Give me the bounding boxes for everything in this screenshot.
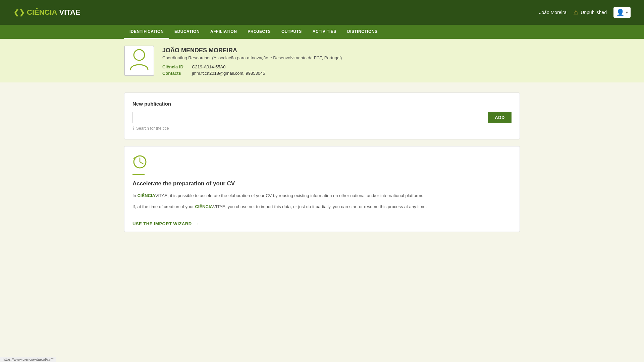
avatar-menu-button[interactable]: 👤 ▾ — [613, 7, 631, 18]
nav-item-outputs[interactable]: OUTPUTS — [276, 25, 307, 39]
import-wizard-link[interactable]: USE THE IMPORT WIZARD → — [132, 221, 200, 227]
logo-vitae: VITAE — [59, 8, 80, 17]
chevron-down-icon: ▾ — [626, 10, 628, 15]
arrow-right-icon: → — [195, 221, 200, 227]
logo: ❮❯ CIÊNCIAVITAE — [13, 8, 80, 17]
add-publication-button[interactable]: ADD — [488, 112, 512, 123]
search-hint: ℹ Search for the title — [132, 126, 512, 131]
new-publication-card: New publication ADD ℹ Search for the tit… — [124, 93, 520, 139]
profile-details: Ciência ID C219-A014-55A0 Contacts jmm.f… — [162, 64, 520, 76]
avatar-icon: 👤 — [616, 8, 625, 16]
contacts-label: Contacts — [162, 71, 189, 76]
warning-icon: ⚠ — [573, 9, 579, 16]
user-name: João Moreira — [539, 10, 567, 15]
brand-ciencia-2: CIÊNCIA — [195, 204, 213, 209]
nav-item-distinctions[interactable]: DISTINCTIONS — [342, 25, 383, 39]
unpublished-badge: ⚠ Unpublished — [573, 9, 607, 16]
brand-ciencia-1: CIÊNCIA — [137, 193, 155, 198]
profile-name: JOÃO MENDES MOREIRA — [162, 47, 520, 54]
profile-avatar — [124, 46, 154, 76]
import-link-row: USE THE IMPORT WIZARD → — [124, 216, 520, 232]
new-publication-title: New publication — [132, 101, 512, 107]
nav-item-activities[interactable]: ACTIVITIES — [307, 25, 342, 39]
nav-item-identification[interactable]: IDENTIFICATION — [124, 25, 169, 39]
clock-icon-wrapper — [132, 155, 512, 171]
clock-icon — [132, 157, 147, 172]
profile-info: JOÃO MENDES MOREIRA Coordinating Researc… — [162, 46, 520, 76]
publication-title-input[interactable] — [132, 112, 488, 123]
status-bar: https://www.cienciavitae.pt/cv/# — [0, 357, 56, 362]
accelerate-title: Accelerate the preparation of your CV — [132, 180, 512, 187]
brand-vitae-1: VITAE, it is possible to accelerate the … — [155, 193, 425, 198]
contacts-row: Contacts jmm.fccn2018@gmail.com, 9985304… — [162, 71, 520, 76]
divider-line — [132, 174, 145, 175]
brand-vitae-2: VITAE, you chose not to import this data… — [213, 204, 427, 209]
ciencia-id-row: Ciência ID C219-A014-55A0 — [162, 64, 520, 69]
logo-ciencia: CIÊNCIA — [27, 8, 57, 17]
svg-point-0 — [134, 50, 145, 60]
profile-role: Coordinating Researcher (Associação para… — [162, 55, 520, 60]
ciencia-id-label: Ciência ID — [162, 64, 189, 69]
import-wizard-label: USE THE IMPORT WIZARD — [132, 221, 192, 226]
nav-item-projects[interactable]: PROJECTS — [242, 25, 276, 39]
accelerate-card: Accelerate the preparation of your CV In… — [124, 146, 520, 232]
search-hint-text: Search for the title — [136, 126, 169, 131]
status-url: https://www.cienciavitae.pt/cv/# — [3, 357, 54, 361]
info-icon: ℹ — [132, 126, 134, 131]
unpublished-label: Unpublished — [581, 10, 607, 15]
pub-input-row: ADD — [132, 112, 512, 123]
accelerate-paragraph1: In CIÊNCIAVITAE, it is possible to accel… — [132, 192, 512, 199]
header-right: João Moreira ⚠ Unpublished 👤 ▾ — [539, 7, 631, 18]
profile-section: JOÃO MENDES MOREIRA Coordinating Researc… — [0, 39, 644, 82]
nav-item-education[interactable]: EDUCATION — [169, 25, 205, 39]
main-content: New publication ADD ℹ Search for the tit… — [0, 82, 644, 242]
main-nav: IDENTIFICATION EDUCATION AFFILIATION PRO… — [0, 25, 644, 39]
svg-line-3 — [140, 162, 143, 164]
contacts-value: jmm.fccn2018@gmail.com, 99853045 — [192, 71, 265, 76]
nav-item-affiliation[interactable]: AFFILIATION — [205, 25, 242, 39]
accelerate-paragraph2: If, at the time of creation of your CIÊN… — [132, 203, 512, 210]
person-icon — [129, 48, 149, 74]
ciencia-id-value: C219-A014-55A0 — [192, 64, 225, 69]
header: ❮❯ CIÊNCIAVITAE João Moreira ⚠ Unpublish… — [0, 0, 644, 25]
logo-arrows-icon: ❮❯ — [13, 8, 25, 16]
